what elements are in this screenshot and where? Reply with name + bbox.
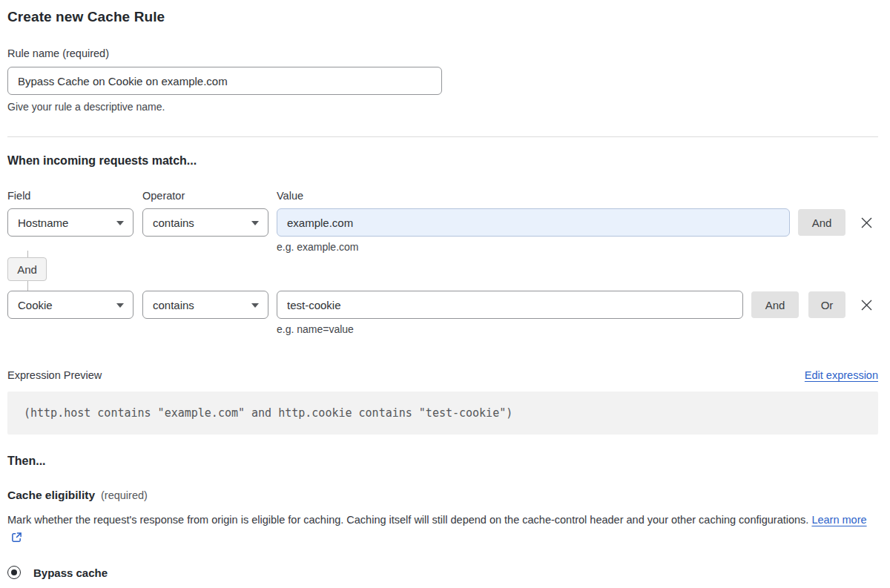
match-row-2: Cookie contains And Or [7,291,878,319]
expression-header: Expression Preview Edit expression [7,369,878,381]
hint-row-2: e.g. name=value [7,323,878,335]
value-column-label: Value [277,190,878,202]
radio-option-bypass-cache[interactable]: Bypass cache [7,566,878,579]
radio-selected-icon[interactable] [7,566,21,579]
edit-expression-link[interactable]: Edit expression [805,369,878,381]
field-select-row2-value: Cookie [18,299,53,311]
match-column-labels: Field Operator Value [7,190,878,202]
chevron-down-icon [116,303,124,308]
value-hint-row1: e.g. example.com [277,241,359,253]
cache-eligibility-heading: Cache eligibility [7,489,95,502]
external-link-icon [11,532,22,543]
remove-row2-button[interactable] [857,296,875,314]
operator-column-label: Operator [142,190,277,202]
field-column-label: Field [7,190,142,202]
operator-select-row2-value: contains [153,299,194,311]
learn-more-link[interactable]: Learn more [811,514,866,526]
field-select-row2[interactable]: Cookie [7,291,134,319]
hint-row-1: e.g. example.com [7,241,878,253]
value-hint-row2: e.g. name=value [277,323,354,335]
chevron-down-icon [116,221,124,225]
operator-select-row1[interactable]: contains [142,208,268,237]
rule-name-input[interactable] [7,67,442,95]
required-hint: (required) [101,489,148,501]
section-divider [7,136,878,137]
operator-select-row2[interactable]: contains [142,291,268,319]
row-connector: And [7,253,878,291]
create-cache-rule-page: Create new Cache Rule Rule name (require… [0,0,890,588]
expression-code-block: (http.host contains "example.com" and ht… [7,392,878,435]
connector-line [27,281,28,291]
radio-label: Bypass cache [33,566,108,579]
close-icon [860,299,873,311]
description-text: Mark whether the request's response from… [7,514,808,526]
cache-eligibility-description: Mark whether the request's response from… [7,511,878,546]
and-button-row2[interactable]: And [751,291,799,318]
close-icon [860,217,873,229]
cache-eligibility-heading-row: Cache eligibility (required) [7,489,878,502]
chevron-down-icon [251,303,259,308]
then-heading: Then... [7,455,878,468]
value-input-row2[interactable] [277,291,743,319]
rule-name-help: Give your rule a descriptive name. [7,101,878,113]
chevron-down-icon [251,221,259,225]
connector-line [27,251,28,257]
match-row-1: Hostname contains And [7,208,878,237]
and-button-row1[interactable]: And [798,209,846,236]
connector-and-badge[interactable]: And [7,257,47,281]
match-heading: When incoming requests match... [7,154,878,168]
field-select-row1[interactable]: Hostname [7,208,134,237]
value-input-row1[interactable] [277,208,790,237]
field-select-row1-value: Hostname [18,217,68,229]
or-button-row2[interactable]: Or [808,291,846,318]
rule-name-label: Rule name (required) [7,47,878,59]
remove-row1-button[interactable] [857,214,875,231]
operator-select-row1-value: contains [153,217,194,229]
page-title: Create new Cache Rule [7,9,878,25]
expression-preview-label: Expression Preview [7,369,102,381]
